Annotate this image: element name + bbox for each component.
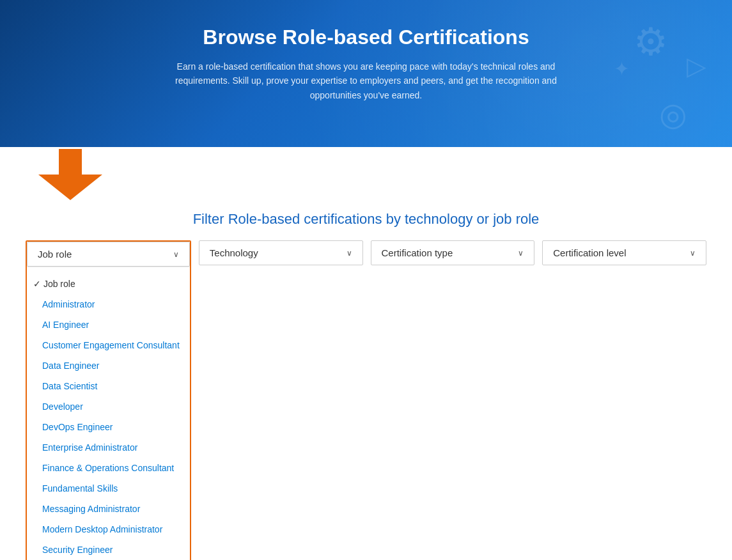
certification-level-dropdown-container: Certification level ∨ xyxy=(542,240,706,265)
menu-item-job-role[interactable]: Job role xyxy=(27,274,190,294)
job-role-menu: Job role Administrator AI Engineer Custo… xyxy=(27,267,190,560)
down-arrow xyxy=(38,149,102,197)
job-role-open-container: Job role ∨ Job role Administrator AI Eng… xyxy=(26,240,191,560)
menu-item-messaging-admin[interactable]: Messaging Administrator xyxy=(27,499,190,519)
menu-item-enterprise-admin[interactable]: Enterprise Administrator xyxy=(27,437,190,458)
technology-dropdown-btn[interactable]: Technology ∨ xyxy=(199,240,363,265)
job-role-dropdown-btn[interactable]: Job role ∨ xyxy=(27,242,190,267)
menu-item-finance-ops[interactable]: Finance & Operations Consultant xyxy=(27,458,190,478)
page-header: ⚙ ▷ ✦ ◎ Browse Role-based Certifications… xyxy=(0,0,732,147)
technology-dropdown-container: Technology ∨ xyxy=(199,240,363,265)
arrow-section xyxy=(0,147,732,198)
menu-item-ai-engineer[interactable]: AI Engineer xyxy=(27,315,190,335)
deco-icon-3: ✦ xyxy=(614,58,630,80)
header-subtitle: Earn a role-based certification that sho… xyxy=(155,59,577,102)
page-title: Browse Role-based Certifications xyxy=(13,26,719,49)
certification-type-dropdown-btn[interactable]: Certification type ∨ xyxy=(371,240,535,265)
filter-title: Filter Role-based certifications by tech… xyxy=(26,198,706,240)
filter-container: Filter Role-based certifications by tech… xyxy=(0,147,732,560)
dropdowns-row: Job role ∨ Job role Administrator AI Eng… xyxy=(26,240,706,560)
chevron-down-icon-cert-level: ∨ xyxy=(690,249,696,258)
menu-item-administrator[interactable]: Administrator xyxy=(27,294,190,315)
chevron-down-icon-cert-type: ∨ xyxy=(518,249,524,258)
job-role-dropdown-container: Job role ∨ Job role Administrator AI Eng… xyxy=(26,240,191,560)
chevron-down-icon: ∨ xyxy=(173,250,179,259)
menu-item-devops-engineer[interactable]: DevOps Engineer xyxy=(27,417,190,437)
menu-item-developer[interactable]: Developer xyxy=(27,396,190,417)
certification-type-label: Certification type xyxy=(382,247,453,258)
arrow-shaft xyxy=(59,149,82,178)
chevron-down-icon-tech: ∨ xyxy=(347,249,352,258)
job-role-menu-list: Job role Administrator AI Engineer Custo… xyxy=(27,271,190,560)
technology-label: Technology xyxy=(210,247,258,258)
certification-level-label: Certification level xyxy=(553,247,626,258)
filter-section: Filter Role-based certifications by tech… xyxy=(0,198,732,560)
arrow-head xyxy=(38,175,102,200)
menu-item-data-engineer[interactable]: Data Engineer xyxy=(27,355,190,376)
deco-icon-2: ▷ xyxy=(687,51,706,81)
menu-item-customer-engagement[interactable]: Customer Engagement Consultant xyxy=(27,335,190,355)
certification-level-dropdown-btn[interactable]: Certification level ∨ xyxy=(542,240,706,265)
deco-icon-4: ◎ xyxy=(659,96,687,133)
certification-type-dropdown-container: Certification type ∨ xyxy=(371,240,535,265)
menu-item-modern-desktop[interactable]: Modern Desktop Administrator xyxy=(27,519,190,540)
job-role-label: Job role xyxy=(38,249,72,260)
menu-item-data-scientist[interactable]: Data Scientist xyxy=(27,376,190,396)
menu-item-fundamental-skills[interactable]: Fundamental Skills xyxy=(27,478,190,499)
menu-item-security-engineer[interactable]: Security Engineer xyxy=(27,540,190,560)
